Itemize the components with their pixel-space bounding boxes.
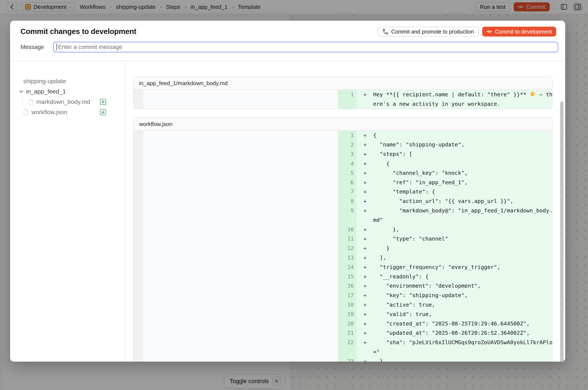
diff-old-gutter bbox=[134, 168, 143, 178]
diff-new-side: + "name": "shipping-update", bbox=[357, 140, 552, 149]
modal-scrollbar[interactable] bbox=[560, 101, 563, 362]
diff-line-number: 15 bbox=[338, 272, 357, 281]
commit-modal: Commit changes to development Commit and… bbox=[10, 21, 565, 362]
diff-add-sign: + bbox=[364, 131, 367, 140]
tree-file-label: workflow.json bbox=[31, 109, 67, 116]
diff-line-text: "active": true, bbox=[373, 300, 552, 310]
diff-line: 18+ "active": true, bbox=[134, 300, 552, 310]
diff-added-badge bbox=[100, 109, 106, 115]
diff-old-gutter bbox=[134, 300, 143, 310]
diff-line-text: "__readonly": { bbox=[373, 272, 552, 281]
diff-line-text: "steps": [ bbox=[373, 149, 552, 159]
diff-old-side bbox=[143, 178, 338, 187]
diff-line: 17+ "key": "shipping-update", bbox=[134, 291, 552, 300]
diff-line-number: 1 bbox=[338, 131, 357, 140]
diff-add-sign: + bbox=[364, 357, 367, 362]
diff-line-number: 2 bbox=[338, 140, 357, 149]
diff-add-sign: + bbox=[364, 338, 367, 347]
diff-line: 8+ "action_url": "{{ vars.app_url }}", bbox=[134, 196, 552, 206]
diff-new-side: + "valid": true, bbox=[357, 310, 552, 319]
diff-new-side: +{ bbox=[357, 131, 552, 140]
commit-to-development-button[interactable]: Commit to development bbox=[482, 27, 556, 37]
diff-old-gutter bbox=[134, 178, 143, 187]
diff-line-text: }, bbox=[373, 225, 552, 234]
diff-old-gutter bbox=[134, 159, 143, 168]
promote-icon bbox=[383, 29, 388, 35]
diff-line-number: 19 bbox=[338, 310, 357, 319]
diff-line-number: 14 bbox=[338, 262, 357, 272]
diff-old-gutter bbox=[134, 319, 143, 329]
diff-old-gutter bbox=[134, 187, 143, 196]
diff-old-side bbox=[143, 319, 338, 329]
modal-body: shipping-update in_app_feed_1 markdown_b… bbox=[10, 61, 565, 362]
diff-line-number: 11 bbox=[338, 234, 357, 244]
diff-new-side: + "template": { bbox=[357, 187, 552, 196]
tree-item-folder[interactable]: in_app_feed_1 bbox=[10, 86, 125, 97]
diff-new-side: + "steps": [ bbox=[357, 149, 552, 159]
diff-new-side: + "updated_at": "2025-08-26T20:26:52.364… bbox=[357, 328, 552, 338]
diff-added-badge bbox=[100, 99, 106, 105]
diff-card: in_app_feed_1/markdown_body.md1+Hey **{{… bbox=[133, 77, 552, 109]
diff-line-text: "channel_key": "knock", bbox=[373, 168, 552, 178]
diff-line-text: "ref": "in_app_feed_1", bbox=[373, 178, 552, 187]
diff-old-side bbox=[143, 291, 338, 300]
diff-new-side: +Hey **{{ recipient.name | default: "the… bbox=[357, 90, 552, 109]
diff-old-side bbox=[143, 234, 338, 244]
diff-old-gutter bbox=[134, 225, 143, 234]
diff-line: 1+{ bbox=[134, 131, 552, 140]
diff-line-text: "updated_at": "2025-08-26T20:26:52.36400… bbox=[373, 328, 552, 338]
diff-file-name: workflow.json bbox=[134, 118, 552, 131]
diff-add-sign: + bbox=[364, 319, 367, 329]
app: Development › Workflows›shipping-update›… bbox=[0, 0, 588, 390]
diff-line-number: 20 bbox=[338, 319, 357, 329]
diff-old-gutter bbox=[134, 131, 143, 140]
diff-line-number: 5 bbox=[338, 168, 357, 178]
tree-root-label: shipping-update bbox=[23, 78, 66, 85]
diff-old-gutter bbox=[134, 272, 143, 281]
diff-card: workflow.json1+{2+ "name": "shipping-upd… bbox=[133, 117, 552, 362]
diff-line: 16+ "environment": "development", bbox=[134, 281, 552, 291]
diff-line-text: "valid": true, bbox=[373, 310, 552, 319]
diff-add-sign: + bbox=[364, 234, 367, 244]
diff-old-side bbox=[143, 131, 338, 140]
diff-old-side bbox=[143, 338, 338, 357]
diff-old-side bbox=[143, 196, 338, 206]
file-tree: shipping-update in_app_feed_1 markdown_b… bbox=[10, 61, 126, 362]
diff-new-side: + "trigger_frequency": "every_trigger", bbox=[357, 262, 552, 272]
tree-item-markdown-file[interactable]: markdown_body.md bbox=[10, 97, 125, 107]
diff-old-side bbox=[143, 310, 338, 319]
diff-new-side: + "channel_key": "knock", bbox=[357, 168, 552, 178]
diff-body: 1+{2+ "name": "shipping-update",3+ "step… bbox=[134, 131, 552, 362]
diff-line: 1+Hey **{{ recipient.name | default: "th… bbox=[134, 90, 552, 109]
diff-line-text: "name": "shipping-update", bbox=[373, 140, 552, 149]
chevron-down-icon bbox=[19, 90, 23, 94]
diff-old-side bbox=[143, 206, 338, 225]
commit-promote-button[interactable]: Commit and promote to production bbox=[378, 27, 479, 37]
modal-title: Commit changes to development bbox=[20, 27, 136, 36]
diff-line-number: 22 bbox=[338, 338, 357, 357]
diff-line: 20+ "created_at": "2025-08-25T19:29:46.6… bbox=[134, 319, 552, 329]
diff-new-side: + } bbox=[357, 357, 552, 362]
diff-old-side bbox=[143, 168, 338, 178]
diff-add-sign: + bbox=[364, 140, 367, 149]
diff-new-side: + "type": "channel" bbox=[357, 234, 552, 244]
diff-line-text: "type": "channel" bbox=[373, 234, 552, 244]
tree-item-root[interactable]: shipping-update bbox=[10, 76, 125, 86]
diff-line: 3+ "steps": [ bbox=[134, 149, 552, 159]
diff-line: 4+ { bbox=[134, 159, 552, 168]
modal-header: Commit changes to development Commit and… bbox=[10, 21, 565, 61]
tree-item-workflow-file[interactable]: workflow.json bbox=[10, 107, 125, 117]
diff-old-gutter bbox=[134, 90, 143, 109]
diff-add-sign: + bbox=[364, 281, 367, 291]
diff-old-gutter bbox=[134, 338, 143, 357]
diff-add-sign: + bbox=[364, 168, 367, 178]
diff-old-side bbox=[143, 253, 338, 262]
diff-old-gutter bbox=[134, 328, 143, 338]
diff-line-number: 6 bbox=[338, 178, 357, 187]
diff-old-gutter bbox=[134, 196, 143, 206]
diff-old-side bbox=[143, 140, 338, 149]
diff-new-side: + "key": "shipping-update", bbox=[357, 291, 552, 300]
diff-new-side: + "markdown_body@": "in_app_feed_1/markd… bbox=[357, 206, 552, 225]
diff-old-side bbox=[143, 262, 338, 272]
commit-message-input[interactable] bbox=[53, 42, 558, 52]
